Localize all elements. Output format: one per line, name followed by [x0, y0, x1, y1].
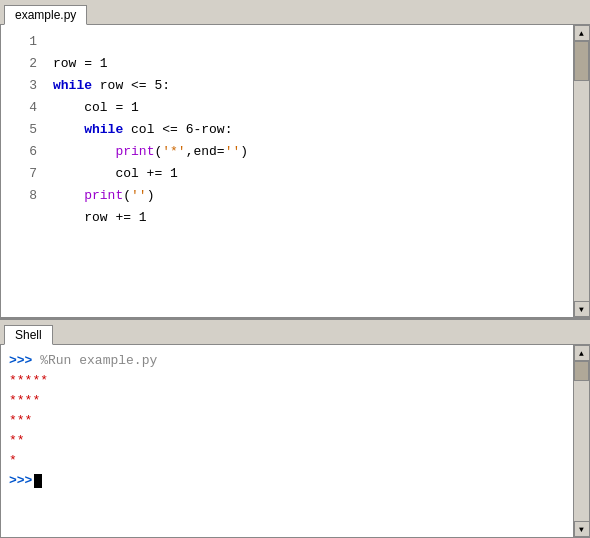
line-numbers: 1 2 3 4 5 6 7 8 [1, 25, 45, 317]
output-line-5: * [9, 451, 565, 471]
line-num-7: 7 [1, 163, 45, 185]
shell-panel: >>> %Run example.py ***** **** *** ** * … [0, 344, 590, 538]
shell-scrollbar[interactable]: ▲ ▼ [573, 345, 589, 537]
code-line-6: col += 1 [53, 166, 178, 181]
output-line-4: ** [9, 431, 565, 451]
scroll-up-arrow[interactable]: ▲ [574, 25, 590, 41]
shell-content[interactable]: >>> %Run example.py ***** **** *** ** * … [1, 345, 573, 537]
shell-tab-bar: Shell [0, 320, 590, 344]
code-line-2: while row <= 5: [53, 78, 170, 93]
output-line-2: **** [9, 391, 565, 411]
scroll-thumb[interactable] [574, 41, 589, 81]
code-line-1: row = 1 [53, 56, 108, 71]
code-line-4: while col <= 6-row: [53, 122, 232, 137]
output-line-3: *** [9, 411, 565, 431]
shell-prompt-1: >>> [9, 353, 32, 368]
output-line-1: ***** [9, 371, 565, 391]
shell-scroll-down[interactable]: ▼ [574, 521, 590, 537]
cursor-blink [34, 474, 42, 488]
run-cmd-text: %Run example.py [40, 353, 157, 368]
line-num-2: 2 [1, 53, 45, 75]
line-num-4: 4 [1, 97, 45, 119]
code-line-8: row += 1 [53, 210, 147, 225]
line-num-3: 3 [1, 75, 45, 97]
shell-scroll-track[interactable] [574, 361, 589, 521]
shell-scroll-up[interactable]: ▲ [574, 345, 590, 361]
scroll-down-arrow[interactable]: ▼ [574, 301, 590, 317]
editor-section: example.py 1 2 3 4 5 6 7 8 row = 1 while… [0, 0, 590, 318]
shell-scroll-thumb[interactable] [574, 361, 589, 381]
code-line-3: col = 1 [53, 100, 139, 115]
line-num-6: 6 [1, 141, 45, 163]
line-num-1: 1 [1, 31, 45, 53]
scroll-track[interactable] [574, 41, 589, 301]
code-area[interactable]: row = 1 while row <= 5: col = 1 while co… [45, 25, 573, 317]
editor-panel: 1 2 3 4 5 6 7 8 row = 1 while row <= 5: … [0, 24, 590, 318]
shell-run-line: >>> %Run example.py [9, 351, 565, 371]
line-num-8: 8 [1, 185, 45, 207]
code-line-5: print('*',end='') [53, 144, 248, 159]
shell-section: Shell >>> %Run example.py ***** **** ***… [0, 318, 590, 538]
shell-input-line[interactable]: >>> [9, 471, 565, 491]
code-line-7: print('') [53, 188, 154, 203]
editor-tab-bar: example.py [0, 0, 590, 24]
line-num-5: 5 [1, 119, 45, 141]
editor-scrollbar[interactable]: ▲ ▼ [573, 25, 589, 317]
editor-tab[interactable]: example.py [4, 5, 87, 25]
shell-prompt-2: >>> [9, 471, 32, 491]
shell-tab[interactable]: Shell [4, 325, 53, 345]
